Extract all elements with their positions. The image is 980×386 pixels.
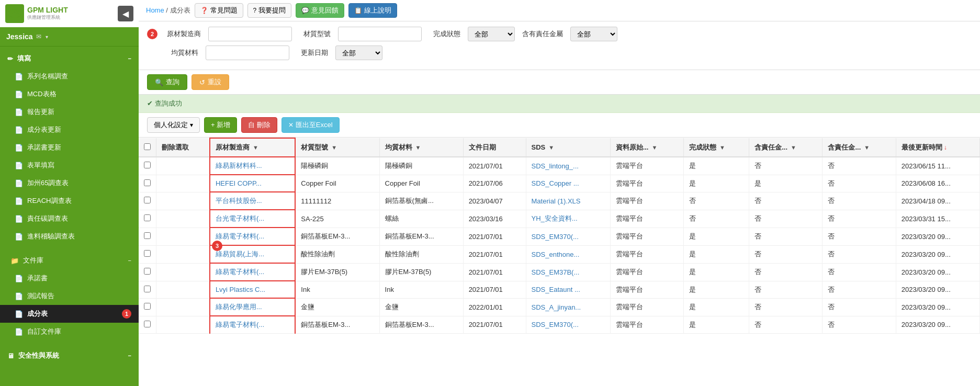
cell-delete — [156, 210, 210, 228]
row-checkbox[interactable] — [144, 303, 151, 310]
cell-manufacturer[interactable]: 台光電子材料(... — [210, 210, 295, 228]
row-checkbox[interactable] — [144, 162, 151, 168]
delete-button[interactable]: 自 刪除 — [241, 117, 277, 133]
th-delete-select: 刪除選取 — [156, 138, 210, 157]
cell-doc-date: 2023/03/16 — [463, 210, 526, 228]
homogeneous-label: 均質材料 — [167, 48, 198, 58]
row-checkbox[interactable] — [144, 179, 151, 186]
cell-responsible1: 否 — [749, 192, 823, 210]
section-fill-header[interactable]: ✏ 填寫 − — [0, 50, 139, 67]
table-row: 綠易電子材料(... 銅箔基板EM-3... 銅箔基板EM-3... 2021/… — [139, 316, 980, 334]
faq-button[interactable]: ❓ 常見問題 — [195, 3, 243, 18]
cell-manufacturer[interactable]: Lvyi Plastics C... — [210, 281, 295, 298]
cell-manufacturer[interactable]: 綠易電子材料(... — [210, 228, 295, 245]
select-all-checkbox[interactable] — [144, 143, 151, 150]
home-link[interactable]: Home — [146, 6, 164, 14]
sidebar-item-commitment-update[interactable]: 📄 承諾書更新 — [0, 139, 139, 156]
cell-checkbox — [139, 298, 156, 316]
manufacturer-input[interactable] — [208, 27, 292, 41]
cell-complete: 否 — [683, 210, 749, 228]
cell-delete — [156, 245, 210, 263]
row-checkbox[interactable] — [144, 321, 151, 327]
row-checkbox[interactable] — [144, 232, 151, 239]
sds-filter-icon[interactable]: ▼ — [548, 144, 554, 151]
ask-button[interactable]: ? 我要提問 — [247, 3, 292, 18]
cell-homogeneous: 陽極磷銅 — [379, 157, 463, 175]
row-checkbox[interactable] — [144, 250, 151, 257]
cell-manufacturer[interactable]: 綠易化學應用... — [210, 298, 295, 316]
cell-sds[interactable]: SDS_Copper ... — [526, 175, 610, 192]
cell-delete — [156, 316, 210, 334]
cell-manufacturer[interactable]: 平台科技股份... — [210, 192, 295, 210]
cell-manufacturer[interactable]: 綠易電子材料(... — [210, 263, 295, 281]
cell-data-source: 雲端平台 — [610, 157, 683, 175]
cell-last-update: 2023/06/15 11... — [896, 157, 979, 175]
search-button[interactable]: 🔍 查詢 — [147, 74, 187, 90]
export-excel-button[interactable]: ✕ 匯出至Excel — [281, 117, 340, 133]
row-checkbox[interactable] — [144, 197, 151, 203]
manual-button[interactable]: 📋 線上說明 — [348, 3, 397, 18]
cell-manufacturer[interactable]: HEFEI COPP... — [210, 175, 295, 192]
cell-sds[interactable]: SDS_EM370(... — [526, 316, 610, 334]
cell-sds[interactable]: SDS_enthone... — [526, 245, 610, 263]
sidebar-item-carbon[interactable]: 📄 責任碳調查表 — [0, 210, 139, 228]
back-button[interactable]: ◀ — [118, 6, 133, 21]
cell-sds[interactable]: SDS_lintong_... — [526, 157, 610, 175]
sidebar-item-reach[interactable]: 📄 REACH調查表 — [0, 192, 139, 210]
cell-checkbox — [139, 281, 156, 298]
data-source-filter-icon[interactable]: ▼ — [651, 144, 657, 151]
cell-manufacturer[interactable]: 綠易貿易(上海... — [210, 245, 295, 263]
email-icon: ✉ — [36, 33, 41, 40]
cell-last-update: 2023/06/08 16... — [896, 175, 979, 192]
table-row: 綠易化學應用... 金鹽 金鹽 2022/01/01 SDS_A_jinyan.… — [139, 298, 980, 316]
section-docs-header[interactable]: 📁 文件庫 − — [0, 252, 139, 269]
sidebar-item-series-query[interactable]: 📄 系列名稱調查 — [0, 67, 139, 85]
update-date-select[interactable]: 全部今天本週本月本年 — [335, 46, 382, 60]
doc-icon: 📄 — [15, 215, 23, 223]
responsible1-filter-icon[interactable]: ▼ — [791, 144, 796, 151]
sidebar-item-report-update[interactable]: 📄 報告更新 — [0, 103, 139, 121]
cell-sds[interactable]: Material (1).XLS — [526, 192, 610, 210]
complete-status-select[interactable]: 全部是否 — [468, 27, 515, 41]
sidebar-item-ingredient-update[interactable]: 📄 成分表更新 — [0, 121, 139, 139]
cell-responsible1: 是 — [749, 175, 823, 192]
sidebar-item-custom-lib[interactable]: 📄 自訂文件庫 — [0, 323, 139, 340]
homogeneous-input[interactable] — [206, 46, 289, 60]
cell-manufacturer[interactable]: 綠易電子材料(... — [210, 316, 295, 334]
manufacturer-filter-icon[interactable]: ▼ — [253, 144, 258, 151]
row-checkbox[interactable] — [144, 268, 151, 275]
row-checkbox[interactable] — [144, 214, 151, 221]
cell-sds[interactable]: SDS_Eataunt ... — [526, 281, 610, 298]
cell-responsible1: 否 — [749, 316, 823, 334]
sidebar-item-form-fill[interactable]: 📄 表單填寫 — [0, 156, 139, 174]
sidebar-item-ingredient-table[interactable]: 📄 成分表 1 — [0, 305, 139, 323]
cell-sds[interactable]: SDS_EM37B(... — [526, 263, 610, 281]
cell-material-type: 陽極磷銅 — [295, 157, 379, 175]
cell-sds[interactable]: SDS_EM370(... — [526, 228, 610, 245]
sidebar-item-mcd[interactable]: 📄 MCD表格 — [0, 85, 139, 103]
sidebar-item-ca65[interactable]: 📄 加州65調查表 — [0, 174, 139, 192]
cell-sds[interactable]: SDS_A_jinyan... — [526, 298, 610, 316]
responsible-metal-select[interactable]: 全部是否 — [570, 27, 617, 41]
doc-icon: 📄 — [15, 275, 23, 282]
sidebar-item-test-report[interactable]: 📄 測試報告 — [0, 287, 139, 305]
cell-responsible1: 否 — [749, 157, 823, 175]
reset-button[interactable]: ↺ 重設 — [192, 74, 229, 90]
row-checkbox[interactable] — [144, 286, 151, 292]
cell-manufacturer[interactable]: 綠易新材料科... — [210, 157, 295, 175]
complete-filter-icon[interactable]: ▼ — [719, 144, 725, 151]
section-safety-header[interactable]: 🖥 安全性與系統 − — [0, 347, 139, 365]
cell-complete: 否 — [683, 192, 749, 210]
user-row[interactable]: Jessica ✉ ▾ — [0, 27, 139, 47]
material-type-filter-icon[interactable]: ▼ — [331, 144, 337, 151]
cell-sds[interactable]: YH_安全資料... — [526, 210, 610, 228]
personal-settings-button[interactable]: 個人化設定 ▾ — [147, 117, 200, 133]
sidebar-item-incoming[interactable]: 📄 進料稽驗調查表 — [0, 228, 139, 245]
feedback-button[interactable]: 💬 意見回饋 — [296, 3, 344, 18]
homogeneous-filter-icon[interactable]: ▼ — [415, 144, 421, 151]
responsible2-filter-icon[interactable]: ▼ — [864, 144, 870, 151]
material-type-input[interactable] — [338, 27, 422, 41]
add-button[interactable]: + 新增 — [204, 117, 237, 133]
section-fill-collapse: − — [128, 55, 131, 62]
sidebar-item-commitment[interactable]: 📄 承諾書 — [0, 269, 139, 287]
